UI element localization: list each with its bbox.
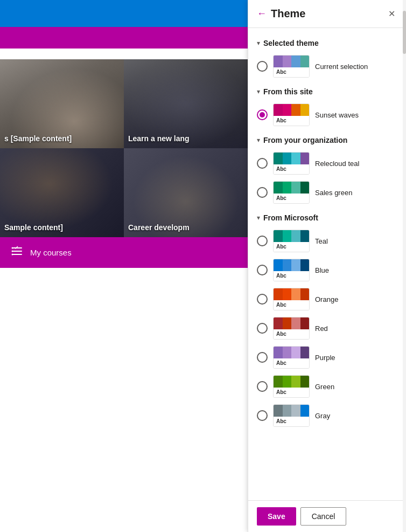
section-from-microsoft[interactable]: ▾ From Microsoft	[248, 207, 406, 226]
chevron-microsoft-icon: ▾	[257, 214, 260, 222]
image-cell-4: Career developm	[124, 148, 248, 237]
theme-name-gray: Gray	[315, 412, 330, 420]
theme-option-relecloud[interactable]: Abc Relecloud teal	[248, 149, 406, 178]
save-button[interactable]: Save	[257, 507, 296, 526]
swatch-orange: Abc	[273, 288, 310, 310]
radio-red[interactable]	[257, 323, 268, 334]
image-label-4: Career developm	[128, 223, 190, 232]
svg-point-3	[12, 247, 13, 249]
swatch-abc-red: Abc	[274, 329, 309, 340]
section-from-org[interactable]: ▾ From your organization	[248, 129, 406, 149]
svg-point-4	[12, 251, 13, 252]
swatch-purple: Abc	[273, 346, 310, 369]
back-icon[interactable]: ←	[257, 8, 267, 19]
theme-option-sales-green[interactable]: Abc Sales green	[248, 178, 406, 207]
section-from-site-label: From this site	[263, 87, 313, 96]
swatch-gray: Abc	[273, 404, 310, 427]
swatch-current: Abc	[273, 55, 310, 78]
radio-dot-sunset	[260, 112, 265, 118]
swatch-abc-teal: Abc	[274, 242, 309, 252]
chevron-down-icon: ▾	[257, 39, 260, 47]
swatch-teal: Abc	[273, 230, 310, 252]
swatch-abc-salesgreen: Abc	[274, 194, 309, 204]
radio-current[interactable]	[257, 61, 268, 72]
svg-point-5	[12, 254, 13, 255]
swatch-abc-blue: Abc	[274, 271, 309, 281]
radio-sales-green[interactable]	[257, 187, 268, 198]
chevron-org-icon: ▾	[257, 136, 260, 144]
theme-option-sunset-waves[interactable]: Abc Sunset waves	[248, 100, 406, 129]
content-area: s [Sample content] Learn a new lang Samp…	[0, 0, 248, 532]
theme-name-blue: Blue	[315, 266, 329, 274]
image-label-3: Sample content]	[4, 223, 63, 232]
radio-purple[interactable]	[257, 352, 268, 363]
image-cell-3: Sample content]	[0, 148, 124, 237]
section-from-org-label: From your organization	[263, 136, 347, 144]
theme-option-blue[interactable]: Abc Blue	[248, 255, 406, 285]
swatch-sales-green: Abc	[273, 181, 310, 204]
swatch-abc-purple: Abc	[274, 358, 309, 369]
radio-teal[interactable]	[257, 236, 268, 246]
radio-blue[interactable]	[257, 265, 268, 275]
swatch-abc-gray: Abc	[274, 417, 309, 427]
theme-name-current: Current selection	[315, 63, 368, 71]
section-selected-theme-label: Selected theme	[263, 39, 319, 47]
theme-name-teal: Teal	[315, 237, 328, 245]
my-courses-label: My courses	[30, 248, 72, 257]
scrollbar-track	[403, 0, 406, 532]
panel-header: ← Theme ✕	[248, 0, 406, 28]
theme-option-current[interactable]: Abc Current selection	[248, 52, 406, 81]
white-bar	[0, 49, 248, 59]
radio-orange[interactable]	[257, 294, 268, 305]
section-selected-theme[interactable]: ▾ Selected theme	[248, 32, 406, 52]
close-icon[interactable]: ✕	[386, 6, 397, 21]
chevron-site-icon: ▾	[257, 88, 260, 95]
cancel-button[interactable]: Cancel	[300, 507, 347, 526]
panel-body: ▾ Selected theme Abc Current selection ▾…	[248, 28, 406, 500]
radio-green[interactable]	[257, 381, 268, 392]
theme-option-red[interactable]: Abc Red	[248, 314, 406, 343]
swatch-sunset-waves: Abc	[273, 103, 310, 126]
swatch-blue: Abc	[273, 259, 310, 281]
theme-name-sales-green: Sales green	[315, 189, 352, 197]
theme-name-sunset-waves: Sunset waves	[315, 111, 359, 119]
section-from-site[interactable]: ▾ From this site	[248, 81, 406, 100]
swatch-abc-relecloud: Abc	[274, 164, 309, 175]
magenta-bar	[0, 27, 248, 49]
svg-rect-1	[12, 251, 22, 252]
swatch-abc-orange: Abc	[274, 300, 309, 310]
image-label-1: s [Sample content]	[4, 134, 72, 143]
image-label-2: Learn a new lang	[128, 134, 190, 143]
theme-option-teal[interactable]: Abc Teal	[248, 226, 406, 255]
radio-gray[interactable]	[257, 410, 268, 421]
theme-panel: ← Theme ✕ ▾ Selected theme Abc Current s…	[248, 0, 406, 532]
swatch-abc-sunset: Abc	[274, 116, 309, 126]
theme-name-orange: Orange	[315, 295, 338, 303]
scrollbar-thumb[interactable]	[403, 11, 406, 54]
image-grid: s [Sample content] Learn a new lang Samp…	[0, 59, 248, 237]
swatch-red: Abc	[273, 317, 310, 340]
radio-sunset-waves[interactable]	[257, 109, 268, 120]
image-cell-1: s [Sample content]	[0, 59, 124, 148]
my-courses-icon	[11, 245, 24, 260]
panel-footer: Save Cancel	[248, 500, 406, 532]
theme-option-gray[interactable]: Abc Gray	[248, 401, 406, 430]
svg-rect-2	[12, 254, 22, 255]
swatch-relecloud: Abc	[273, 152, 310, 175]
theme-name-purple: Purple	[315, 354, 335, 362]
theme-option-purple[interactable]: Abc Purple	[248, 343, 406, 372]
theme-option-green[interactable]: Abc Green	[248, 372, 406, 401]
radio-relecloud[interactable]	[257, 158, 268, 169]
image-cell-2: Learn a new lang	[124, 59, 248, 148]
swatch-abc-current: Abc	[274, 67, 309, 78]
theme-name-relecloud: Relecloud teal	[315, 160, 359, 168]
theme-name-green: Green	[315, 383, 334, 391]
bottom-nav[interactable]: My courses	[0, 237, 248, 268]
panel-title: Theme	[271, 8, 382, 20]
top-bar	[0, 0, 248, 27]
swatch-abc-green: Abc	[274, 388, 309, 398]
section-from-microsoft-label: From Microsoft	[263, 213, 318, 222]
theme-name-red: Red	[315, 324, 328, 333]
svg-rect-0	[12, 247, 22, 248]
theme-option-orange[interactable]: Abc Orange	[248, 285, 406, 314]
